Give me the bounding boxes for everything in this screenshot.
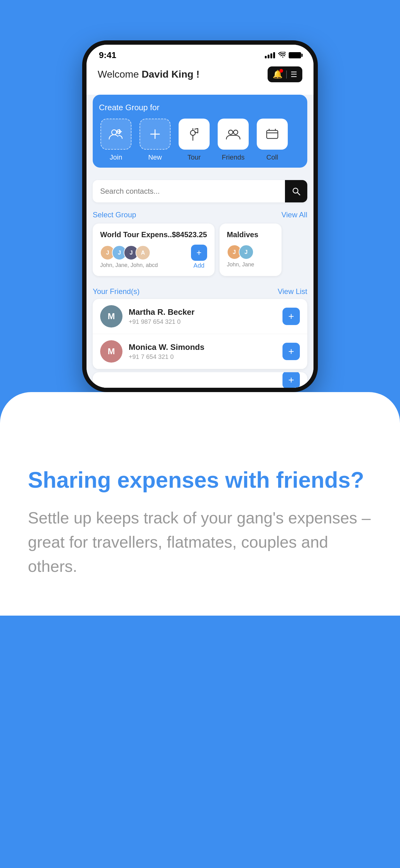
group-option-join[interactable]: Join <box>99 119 133 161</box>
search-section <box>87 174 313 206</box>
app-header: Welcome David King ! 🔔 ☰ <box>87 60 313 89</box>
group-1-members: J J J A John, Jane, John, abcd <box>100 245 158 269</box>
friend-phone-2: +91 7 654 321 0 <box>129 353 276 361</box>
marketing-headline: Sharing expenses with friends? <box>28 467 372 493</box>
create-group-title: Create Group for <box>99 103 301 113</box>
search-bar <box>93 180 307 203</box>
marketing-section: Sharing expenses with friends? Settle up… <box>0 442 400 616</box>
avatar-abcd: A <box>135 245 151 260</box>
svg-point-1 <box>112 130 116 135</box>
welcome-text: Welcome David King ! <box>98 69 199 80</box>
select-group-label: Select Group <box>93 211 136 219</box>
group-card-1-footer: J J J A John, Jane, John, abcd + Add <box>100 245 207 269</box>
view-list-button[interactable]: View List <box>277 287 307 296</box>
new-label: New <box>148 153 162 161</box>
tour-option-icon <box>178 119 210 150</box>
divider <box>286 70 287 79</box>
join-option-icon <box>100 119 131 150</box>
friend-info-1: Martha R. Becker +91 987 654 321 0 <box>129 307 276 326</box>
app-content: Create Group for <box>87 95 313 388</box>
group-2-members: J J John, Jane <box>227 245 274 268</box>
add-button-1[interactable]: + <box>191 245 207 261</box>
svg-rect-8 <box>267 130 278 138</box>
groups-scroll: World Tour Expens.. $84523.25 J J J A Jo… <box>87 222 313 282</box>
svg-point-0 <box>282 57 284 57</box>
friends-label: Friends <box>222 153 244 161</box>
groups-section-header: Select Group View All <box>87 206 313 222</box>
friend-name-1: Martha R. Becker <box>129 307 276 317</box>
friend-item-3-partial: + <box>93 372 307 388</box>
group-1-member-names: John, Jane, John, abcd <box>100 262 158 269</box>
group-option-friends[interactable]: Friends <box>216 119 250 161</box>
menu-icon[interactable]: ☰ <box>291 70 297 79</box>
avatar-m2: J <box>239 245 254 259</box>
friend-add-button-2[interactable]: + <box>282 343 300 360</box>
marketing-subtitle: Settle up keeps track of your gang's exp… <box>28 506 372 578</box>
group-card-2-header: Maldives <box>227 230 274 239</box>
group-1-name: World Tour Expens.. <box>100 230 172 239</box>
svg-point-7 <box>233 130 238 134</box>
group-options-list: Join New <box>99 119 301 161</box>
group-option-tour[interactable]: Tour <box>177 119 211 161</box>
group-2-name: Maldives <box>227 230 258 239</box>
your-friends-label: Your Friend(s) <box>93 287 139 296</box>
friend-name-2: Monica W. Simonds <box>129 342 276 352</box>
member-avatars-1: J J J A <box>100 245 158 260</box>
group-option-coll[interactable]: Coll <box>255 119 289 161</box>
status-bar: 9:41 <box>87 45 313 60</box>
friend-add-button-1[interactable]: + <box>282 308 300 325</box>
svg-point-5 <box>190 130 195 135</box>
friend-item-1: M Martha R. Becker +91 987 654 321 0 + <box>93 299 307 334</box>
member-avatars-2: J J <box>227 245 274 259</box>
notification-badge <box>279 69 283 73</box>
friends-option-icon <box>218 119 249 150</box>
notification-button[interactable]: 🔔 <box>272 69 282 79</box>
view-all-button[interactable]: View All <box>281 211 307 219</box>
friend-avatar-2: M <box>100 340 123 363</box>
group-2-member-names: John, Jane <box>227 261 274 268</box>
tour-label: Tour <box>188 153 201 161</box>
search-button[interactable] <box>285 180 307 203</box>
coll-option-icon <box>257 119 288 150</box>
phone-frame: 9:41 Welcome D <box>82 40 318 392</box>
wifi-icon <box>278 51 286 59</box>
friend-add-button-3[interactable]: + <box>282 372 300 388</box>
group-card-1[interactable]: World Tour Expens.. $84523.25 J J J A Jo… <box>93 223 214 276</box>
group-card-1-header: World Tour Expens.. $84523.25 <box>100 230 207 239</box>
signal-icon <box>265 52 275 58</box>
status-time: 9:41 <box>99 50 116 60</box>
wave-transition <box>0 392 400 442</box>
header-actions[interactable]: 🔔 ☰ <box>268 66 302 82</box>
friend-info-2: Monica W. Simonds +91 7 654 321 0 <box>129 342 276 361</box>
svg-line-11 <box>297 192 300 195</box>
friend-item-2: M Monica W. Simonds +91 7 654 321 0 + <box>93 334 307 369</box>
group-1-amount: $84523.25 <box>172 230 207 239</box>
search-input[interactable] <box>100 180 285 203</box>
wave-curve <box>0 392 400 442</box>
friends-list: M Martha R. Becker +91 987 654 321 0 + M… <box>93 299 307 369</box>
add-col-1: + Add <box>191 245 207 269</box>
blue-background-top: 9:41 Welcome D <box>0 0 400 392</box>
status-icons <box>265 51 301 59</box>
group-card-2[interactable]: Maldives J J John, Jane <box>220 223 281 276</box>
coll-label: Coll <box>266 153 278 161</box>
group-option-new[interactable]: New <box>138 119 172 161</box>
friend-avatar-1: M <box>100 305 123 328</box>
create-group-section: Create Group for <box>93 95 307 168</box>
join-label: Join <box>110 153 122 161</box>
add-label-1: Add <box>194 262 205 269</box>
friends-section-header: Your Friend(s) View List <box>87 282 313 299</box>
svg-point-6 <box>229 130 233 134</box>
battery-icon <box>289 52 301 58</box>
new-option-icon <box>139 119 171 150</box>
friend-phone-1: +91 987 654 321 0 <box>129 318 276 326</box>
